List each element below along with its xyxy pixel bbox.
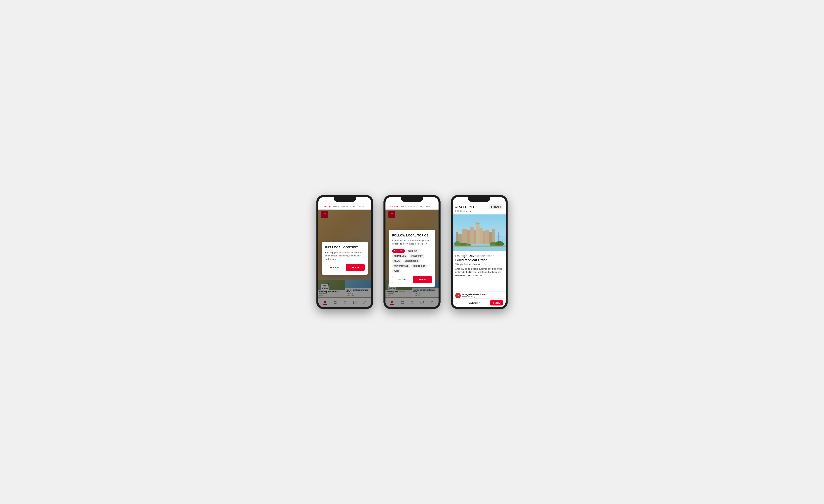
tab-food-1[interactable]: FOOD [349, 204, 357, 209]
dialog-buttons-2: Not now Follow [392, 276, 432, 283]
svg-rect-8 [477, 222, 477, 224]
tag-greensboro[interactable]: #GREENSBOR [403, 259, 420, 263]
source-full-name: Triangle Business Journal [462, 293, 503, 296]
nav-tabs-1: FOR YOU DAILY EDITION FOOD TRAV [318, 204, 372, 210]
dialog-title-2: FOLLOW LOCAL TOPICS [392, 234, 432, 237]
source-action: added this story [462, 296, 475, 298]
dialog-body-1: Enabling your location lets us show you … [325, 251, 365, 261]
article-time-ago: 2m [484, 263, 487, 266]
tab-daily-2[interactable]: DAILY EDITION [399, 204, 416, 209]
tab-for-you-1[interactable]: FOR YOU [320, 204, 332, 209]
following-button[interactable]: Following [489, 204, 503, 209]
svg-rect-10 [467, 230, 470, 244]
article-source-name: Triangle Business Journal [455, 263, 480, 266]
tag-fayetteville[interactable]: #FAYETTEVILLE [392, 264, 410, 268]
notch-3 [468, 197, 490, 202]
svg-rect-12 [474, 229, 476, 244]
topic-label: RALEIGH [468, 302, 478, 304]
svg-rect-15 [485, 229, 489, 244]
article-followers: 2,594 Followers [455, 210, 503, 212]
article-content: Raleigh Developer set to Build Medical O… [452, 251, 506, 291]
nav-tabs-2: FOR YOU DAILY EDITION FOOD TRAV [386, 204, 438, 210]
dialog-title-1: GET LOCAL CONTENT [325, 246, 365, 249]
phones-container: FOR YOU DAILY EDITION FOOD TRAV ⁗ 52 ⋯ [316, 195, 508, 309]
tag-pinehurst[interactable]: #PINEHURST [409, 254, 424, 258]
dropdown-icon[interactable] [479, 301, 481, 304]
enable-button[interactable]: Enable [346, 264, 365, 271]
follow-button-2[interactable]: Follow [413, 276, 432, 283]
dialog-overlay-2: FOLLOW LOCAL TOPICS It looks like you ar… [386, 210, 438, 307]
svg-rect-17 [492, 229, 495, 244]
source-avatar: TB! [455, 293, 461, 298]
svg-rect-9 [462, 229, 467, 244]
bottom-action-bar: ← RALEIGH Follow [452, 298, 506, 307]
tag-high-point[interactable]: #HIGH POINT [411, 264, 427, 268]
notch-1 [334, 197, 356, 202]
tag-chapel-hill[interactable]: #CHAPEL HIL [392, 254, 408, 258]
tag-raleigh[interactable]: #RALEIGH [392, 249, 405, 253]
dialog-buttons-1: Not now Enable [325, 264, 365, 271]
tab-food-2[interactable]: FOOD [416, 204, 425, 209]
svg-rect-16 [489, 232, 492, 244]
svg-rect-7 [476, 223, 480, 224]
dialog-overlay-1: GET LOCAL CONTENT Enabling your location… [318, 210, 372, 307]
article-source-row: Triangle Business Journal · 2m [455, 263, 503, 266]
article-title: Raleigh Developer set to Build Medical O… [455, 254, 503, 262]
svg-rect-13 [480, 228, 483, 244]
tab-daily-1[interactable]: DAILY EDITION [332, 204, 349, 209]
follow-button-3[interactable]: Follow [490, 300, 503, 305]
not-now-button-1[interactable]: Not now [325, 264, 344, 271]
back-button[interactable]: ← [455, 301, 459, 305]
phone-2: FOR YOU DAILY EDITION FOOD TRAV ⁗ 52 ⋯ S… [384, 195, 440, 309]
skyline-svg [452, 222, 506, 247]
follow-topics-dialog: FOLLOW LOCAL TOPICS It looks like you ar… [389, 230, 435, 287]
phone-1: FOR YOU DAILY EDITION FOOD TRAV ⁗ 52 ⋯ [316, 195, 374, 309]
svg-rect-26 [452, 246, 506, 247]
phone-3: #RALEIGH 2,594 Followers Following [450, 195, 508, 309]
notch-2 [401, 197, 423, 202]
hero-area-1: ⁗ 52 ⋯ SAVEOURFUTURE What's up next for … [318, 210, 372, 307]
hero-area-2: ⁗ 52 ⋯ SAVEOURFUTURE What's up next for … [386, 210, 438, 307]
source-info: Triangle Business Journal added this sto… [462, 293, 503, 298]
topic-pill: RALEIGH [468, 301, 481, 304]
svg-rect-6 [476, 224, 479, 244]
topic-tags: #RALEIGH #DURHAM #CHAPEL HIL #PINEHURST … [392, 249, 432, 273]
svg-rect-11 [470, 227, 474, 244]
article-body: After buying up multiple buildings and p… [455, 267, 503, 277]
tab-for-you-2[interactable]: FOR YOU [388, 204, 399, 209]
article-hero-image [452, 214, 506, 251]
tag-win[interactable]: #WIN [392, 269, 401, 273]
tag-durham[interactable]: #DURHAM [406, 249, 419, 253]
tab-trav-1[interactable]: TRAV [357, 204, 365, 209]
dialog-body-2: It looks like you are near Raleigh. Woul… [392, 239, 432, 245]
tab-trav-2[interactable]: TRAV [425, 204, 432, 209]
get-local-content-dialog: GET LOCAL CONTENT Enabling your location… [322, 242, 368, 275]
svg-rect-14 [483, 231, 485, 244]
not-now-button-2[interactable]: Not now [392, 276, 411, 283]
tag-cary[interactable]: #CARY [392, 259, 402, 263]
